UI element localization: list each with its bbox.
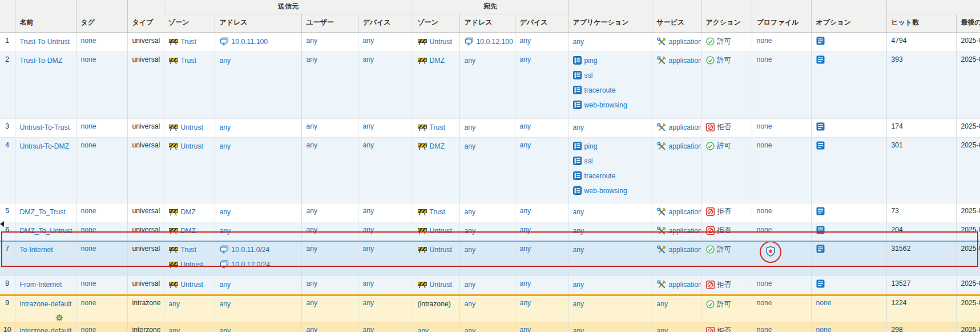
cell-link[interactable]: ping [584, 57, 598, 65]
column-header-name[interactable]: 名前 [15, 0, 76, 33]
cell-link[interactable]: none [81, 141, 96, 149]
policy-row-3[interactable]: 3Untrust-To-TrustnoneuniversalUntrustany… [0, 118, 980, 137]
cell-text[interactable]: 許可 [717, 299, 731, 309]
cell-link[interactable]: none [81, 245, 96, 253]
cell-text[interactable]: 拒否 [717, 226, 731, 235]
cell-link[interactable]: traceroute [584, 86, 616, 94]
column-header-src-address[interactable]: アドレス [215, 14, 301, 33]
cell-text[interactable]: 許可 [717, 245, 731, 254]
cell-link[interactable]: any [306, 141, 318, 149]
cell-link[interactable]: Untrust [181, 281, 203, 289]
cell-link[interactable]: DMZ [181, 208, 196, 216]
cell-link[interactable]: traceroute [584, 172, 616, 180]
cell-text[interactable]: 6 [5, 226, 9, 234]
cell-link[interactable]: Untrust [430, 281, 452, 289]
policy-row-1[interactable]: 1Trust-To-UntrustnoneuniversalTrust10.0.… [0, 33, 980, 51]
cell-link[interactable]: any [657, 327, 668, 332]
cell-link[interactable]: DMZ [430, 142, 445, 150]
cell-link[interactable]: any [220, 57, 231, 65]
cell-link[interactable]: none [757, 279, 772, 287]
cell-link[interactable]: any [520, 207, 531, 215]
cell-link[interactable]: application-... [669, 123, 701, 131]
cell-link[interactable]: any [520, 37, 531, 45]
cell-link[interactable]: any [306, 207, 318, 215]
cell-link[interactable]: Trust [430, 123, 445, 131]
cell-link[interactable]: any [363, 326, 374, 332]
cell-link[interactable]: any [465, 246, 476, 254]
cell-link[interactable]: any [573, 208, 584, 216]
cell-link[interactable]: none [81, 326, 96, 332]
cell-link[interactable]: application-... [669, 57, 701, 65]
cell-link[interactable]: any [306, 226, 318, 234]
cell-link[interactable]: any [465, 123, 476, 131]
cell-link[interactable]: any [220, 142, 231, 150]
policy-row-5[interactable]: 5DMZ_To_TrustnoneuniversalDMZanyanyanyTr… [0, 203, 980, 222]
column-header-options[interactable]: オプション [811, 0, 886, 33]
column-header-dst-zone[interactable]: ゾーン [413, 14, 459, 33]
cell-link[interactable]: application-... [669, 38, 701, 46]
cell-link[interactable]: any [306, 37, 318, 45]
cell-link[interactable]: ssl [584, 157, 593, 165]
cell-link[interactable]: Trust [430, 208, 445, 216]
cell-link[interactable]: application-... [669, 227, 701, 235]
cell-link[interactable]: any [363, 226, 374, 234]
cell-text[interactable]: 拒否 [717, 207, 731, 217]
cell-link[interactable]: any [306, 326, 318, 332]
column-header-tag[interactable]: タグ [76, 0, 127, 33]
cell-link[interactable]: any [520, 141, 531, 149]
cell-link[interactable]: To-Internet [20, 246, 53, 254]
policy-row-7[interactable]: 7To-InternetnoneuniversalTrustUntrust10.… [0, 241, 980, 276]
cell-link[interactable]: none [757, 299, 772, 307]
cell-link[interactable]: none [757, 207, 772, 215]
cell-link[interactable]: any [169, 327, 180, 332]
cell-link[interactable]: any [465, 227, 476, 235]
policy-row-8[interactable]: 8From-InternetnoneuniversalUntrustanyany… [0, 276, 980, 295]
cell-link[interactable]: any [363, 122, 374, 130]
cell-link[interactable]: Untrust [430, 38, 452, 46]
cell-link[interactable]: any [520, 245, 531, 253]
cell-link[interactable]: DMZ [181, 227, 196, 235]
cell-link[interactable]: any [220, 208, 231, 216]
cell-link[interactable]: any [220, 281, 231, 289]
cell-link[interactable]: none [816, 299, 832, 307]
cell-link[interactable]: any [520, 226, 531, 234]
cell-text[interactable]: 7 [5, 245, 9, 253]
column-header-application[interactable]: アプリケーション [568, 0, 652, 33]
cell-link[interactable]: none [757, 326, 772, 332]
log-options-icon[interactable] [816, 207, 825, 215]
cell-link[interactable]: application-... [669, 208, 701, 216]
cell-link[interactable]: application-... [669, 142, 701, 150]
cell-link[interactable]: DMZ [430, 57, 445, 65]
cell-link[interactable]: Untrsut-To-DMZ [20, 142, 70, 150]
cell-link[interactable]: none [81, 122, 96, 130]
cell-link[interactable]: 10.0.11.0/24 [232, 246, 270, 254]
cell-link[interactable]: any [363, 55, 374, 63]
cell-link[interactable]: web-browsing [584, 187, 627, 195]
cell-link[interactable]: any [520, 326, 531, 332]
cell-link[interactable]: DMZ_To_Trust [20, 208, 66, 216]
cell-link[interactable]: any [220, 327, 231, 332]
cell-text[interactable]: 拒否 [717, 326, 731, 332]
cell-link[interactable]: Untrust [181, 123, 203, 131]
log-options-icon[interactable] [816, 279, 825, 288]
cell-text[interactable]: 4 [5, 141, 9, 149]
log-options-icon[interactable] [816, 245, 825, 253]
column-header-src-user[interactable]: ユーザー [301, 14, 358, 33]
column-header-profile[interactable]: プロファイル [752, 0, 811, 33]
cell-text[interactable]: 8 [5, 279, 9, 287]
cell-link[interactable]: Untrust [430, 246, 452, 254]
column-header-src-device[interactable]: デバイス [358, 14, 413, 33]
cell-link[interactable]: any [220, 123, 231, 131]
cell-link[interactable]: Trust [181, 57, 196, 65]
cell-link[interactable]: none [81, 207, 96, 215]
cell-link[interactable]: any [363, 141, 374, 149]
cell-link[interactable]: application-... [669, 246, 701, 254]
cell-link[interactable]: 10.0.11.100 [232, 38, 268, 46]
cell-link[interactable]: none [757, 37, 772, 45]
cell-link[interactable]: any [465, 57, 476, 65]
cell-text[interactable]: 許可 [717, 141, 731, 151]
cell-link[interactable]: application-... [669, 281, 701, 289]
cell-link[interactable]: any [573, 246, 584, 254]
cell-text[interactable]: 1 [5, 37, 9, 45]
policy-row-2[interactable]: 2Trust-To-DMZnoneuniversalTrustanyanyany… [0, 51, 980, 118]
